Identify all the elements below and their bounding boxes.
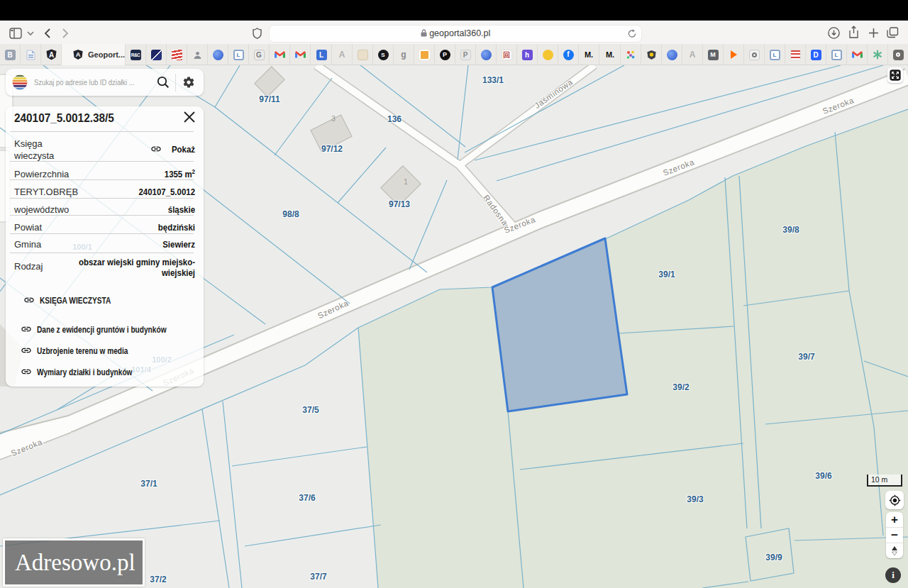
svg-text:37/5: 37/5 (302, 405, 319, 415)
svg-text:133/1: 133/1 (482, 75, 504, 85)
svg-text:39/6: 39/6 (815, 471, 832, 481)
svg-text:37/6: 37/6 (299, 493, 316, 503)
svg-text:37/1: 37/1 (140, 479, 157, 489)
svg-text:39/3: 39/3 (687, 494, 704, 504)
svg-text:37/7: 37/7 (310, 572, 327, 582)
svg-text:A: A (76, 51, 81, 58)
svg-text:1: 1 (404, 178, 408, 186)
svg-text:97/12: 97/12 (321, 144, 343, 154)
svg-text:39/8: 39/8 (782, 225, 799, 235)
svg-text:97/13: 97/13 (389, 199, 410, 209)
svg-text:39/1: 39/1 (658, 270, 675, 279)
svg-text:A: A (48, 51, 53, 59)
svg-text:136: 136 (387, 114, 402, 124)
svg-text:3: 3 (331, 115, 336, 123)
svg-text:97/11: 97/11 (259, 94, 280, 104)
svg-text:39/2: 39/2 (672, 382, 690, 392)
svg-text:98/8: 98/8 (282, 209, 299, 219)
svg-text:39/7: 39/7 (798, 352, 815, 362)
svg-text:39/9: 39/9 (765, 553, 782, 562)
svg-text:37/2: 37/2 (150, 575, 167, 584)
